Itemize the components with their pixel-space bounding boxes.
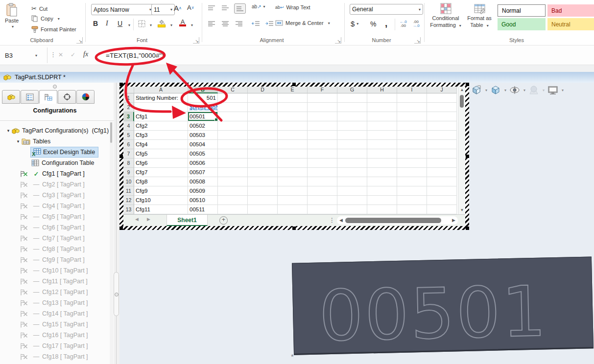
- cell-E1[interactable]: [278, 93, 308, 103]
- column-header-G[interactable]: G: [337, 87, 367, 93]
- panel-scrollbar-thumb[interactable]: [110, 122, 112, 143]
- cell-I2[interactable]: [397, 103, 427, 112]
- ole-resize-handle[interactable]: [292, 83, 296, 86]
- cell-J10[interactable]: [427, 177, 457, 186]
- paste-button[interactable]: Paste ▾: [5, 3, 19, 29]
- cell-C7[interactable]: [218, 149, 248, 159]
- cell-A6[interactable]: Cfg4: [134, 140, 188, 149]
- cancel-formula-icon[interactable]: ✕: [58, 51, 63, 58]
- cell-F5[interactable]: [308, 131, 337, 140]
- config-tree-item[interactable]: — Cfg3 [ TagPart ]: [0, 190, 110, 201]
- cell-A12[interactable]: Cfg10: [134, 196, 188, 205]
- horizontal-scroll-thumb[interactable]: [345, 218, 441, 223]
- grow-font-button[interactable]: A∧: [174, 4, 182, 12]
- cell-H9[interactable]: [367, 168, 397, 177]
- tree-item-root-configuration[interactable]: ▾ TagPart Configuration(s) (Cfg1): [5, 125, 109, 136]
- edit-appearance-button[interactable]: ▾: [528, 85, 545, 95]
- column-header-J[interactable]: J: [427, 87, 457, 93]
- wrap-text-button[interactable]: ab↩ Wrap Text: [275, 4, 310, 10]
- cell-J12[interactable]: [427, 196, 457, 205]
- cell-A1[interactable]: Starting Number:: [134, 93, 188, 103]
- cell-C2[interactable]: [218, 103, 248, 112]
- cell-C9[interactable]: [218, 168, 248, 177]
- cell-C5[interactable]: [218, 131, 248, 140]
- cell-F11[interactable]: [308, 186, 337, 196]
- enter-formula-icon[interactable]: ✓: [71, 51, 75, 58]
- cell-D8[interactable]: [248, 159, 278, 168]
- cell-B8[interactable]: 00506: [188, 159, 218, 168]
- row-header-6[interactable]: 6: [123, 140, 134, 149]
- worksheet-vertical-scrollbar[interactable]: ▲ ▼: [458, 87, 465, 214]
- cell-A5[interactable]: Cfg3: [134, 131, 188, 140]
- align-bottom-button[interactable]: [234, 3, 246, 14]
- graphics-viewport[interactable]: ▾ ▾ ▾ ▾ ▾: [119, 83, 594, 364]
- conditional-formatting-button[interactable]: Conditional Formatting ▾: [428, 3, 463, 28]
- expander-icon[interactable]: ▾: [5, 128, 12, 133]
- cell-B1[interactable]: 501: [188, 93, 218, 103]
- cell-F9[interactable]: [308, 168, 337, 177]
- cell-B9[interactable]: 00507: [188, 168, 218, 177]
- font-dialog-launcher-icon[interactable]: ↘: [193, 37, 199, 44]
- cell-D7[interactable]: [248, 149, 278, 159]
- cell-H12[interactable]: [367, 196, 397, 205]
- cell-B7[interactable]: 00505: [188, 149, 218, 159]
- tab-dimxpert-manager[interactable]: [58, 90, 76, 104]
- cell-I8[interactable]: [397, 159, 427, 168]
- row-header-9[interactable]: 9: [123, 168, 134, 177]
- column-header-A[interactable]: A: [134, 87, 188, 93]
- formula-input[interactable]: =TEXT(B1,"0000#"): [106, 46, 164, 66]
- increase-indent-button[interactable]: [265, 21, 274, 27]
- cell-C12[interactable]: [218, 196, 248, 205]
- tree-item-tables-folder[interactable]: ▾ Tables: [15, 136, 50, 147]
- config-tree-item[interactable]: ✓ Cfg1 [ TagPart ]: [0, 168, 110, 179]
- tab-configuration-manager[interactable]: [39, 90, 57, 104]
- cell-I10[interactable]: [397, 177, 427, 186]
- config-tree-item[interactable]: — Cfg9 [ TagPart ]: [0, 254, 110, 265]
- cell-E7[interactable]: [278, 149, 308, 159]
- cut-button[interactable]: ✂ Cut: [31, 5, 48, 12]
- config-tree-item[interactable]: — Cfg12 [ TagPart ]: [0, 287, 110, 297]
- row-header-3[interactable]: 3: [123, 112, 134, 121]
- cell-G10[interactable]: [337, 177, 367, 186]
- tree-item-configuration-table[interactable]: Configuration Table: [31, 158, 94, 168]
- cell-J2[interactable]: [427, 103, 457, 112]
- cell-style-neutral[interactable]: Neutral: [547, 18, 594, 30]
- display-style-button[interactable]: ▾: [471, 85, 487, 95]
- borders-button[interactable]: [138, 20, 145, 27]
- currency-format-button[interactable]: $▾: [351, 20, 358, 28]
- cell-E9[interactable]: [278, 168, 308, 177]
- cell-A8[interactable]: Cfg6: [134, 159, 188, 168]
- cell-A11[interactable]: Cfg9: [134, 186, 188, 196]
- hide-show-items-button[interactable]: ▾: [509, 86, 525, 94]
- tab-feature-tree[interactable]: [21, 90, 39, 104]
- cell-D5[interactable]: [248, 131, 278, 140]
- percent-format-button[interactable]: %: [370, 20, 376, 28]
- cell-D2[interactable]: [248, 103, 278, 112]
- align-middle-button[interactable]: [221, 5, 229, 11]
- cell-F13[interactable]: [308, 205, 337, 214]
- cell-G7[interactable]: [337, 149, 367, 159]
- sheet-tab[interactable]: Sheet1: [166, 215, 208, 226]
- config-tree-item[interactable]: — Cfg11 [ TagPart ]: [0, 276, 110, 287]
- cell-D6[interactable]: [248, 140, 278, 149]
- cell-B13[interactable]: 00511: [188, 205, 218, 214]
- config-tree-item[interactable]: — Cfg17 [ TagPart ]: [0, 341, 110, 351]
- ole-resize-handle[interactable]: [119, 227, 123, 230]
- cell-B3[interactable]: 00501: [188, 112, 218, 121]
- ole-resize-handle[interactable]: [119, 155, 123, 158]
- cell-E8[interactable]: [278, 159, 308, 168]
- config-tree-item[interactable]: — Cfg10 [ TagPart ]: [0, 265, 110, 276]
- column-header-E[interactable]: E: [278, 87, 308, 93]
- row-header-10[interactable]: 10: [123, 177, 134, 186]
- cell-I1[interactable]: [397, 93, 427, 103]
- cell-C1[interactable]: [218, 93, 248, 103]
- cell-B4[interactable]: 00502: [188, 121, 218, 131]
- cell-J8[interactable]: [427, 159, 457, 168]
- cell-H11[interactable]: [367, 186, 397, 196]
- font-color-button[interactable]: A: [179, 19, 186, 26]
- cell-E6[interactable]: [278, 140, 308, 149]
- ole-resize-handle[interactable]: [466, 227, 469, 230]
- fill-color-button[interactable]: [158, 19, 166, 27]
- ole-resize-handle[interactable]: [466, 83, 469, 86]
- cell-D12[interactable]: [248, 196, 278, 205]
